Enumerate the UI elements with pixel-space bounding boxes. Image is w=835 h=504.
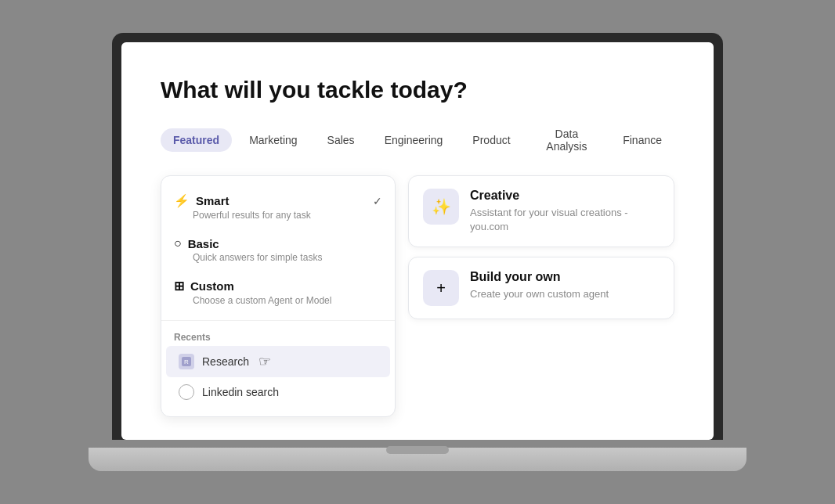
tab-bar: Featured Marketing Sales Engineering Pro… — [161, 122, 674, 158]
creative-card-title: Creative — [470, 189, 660, 203]
basic-desc: Quick answers for simple tasks — [193, 252, 382, 263]
build-card-content: Build your own Create your own custom ag… — [470, 270, 609, 301]
research-icon: R — [179, 354, 194, 369]
tab-featured[interactable]: Featured — [161, 128, 232, 152]
mode-dropdown[interactable]: ⚡ Smart ✓ Powerful results for any task … — [161, 175, 396, 417]
recent-item-research[interactable]: R Research ☞ — [166, 346, 390, 377]
agent-cards: ✨ Creative Assistant for your visual cre… — [408, 175, 674, 417]
laptop-notch — [386, 446, 449, 454]
recents-label: Recents — [161, 327, 395, 346]
creative-card-content: Creative Assistant for your visual creat… — [470, 189, 660, 234]
smart-desc: Powerful results for any task — [193, 210, 382, 221]
research-label: Research — [202, 355, 249, 368]
tab-engineering[interactable]: Engineering — [372, 128, 456, 152]
smart-icon: ⚡ — [174, 193, 190, 208]
cursor-pointer: ☞ — [258, 353, 271, 370]
divider — [161, 320, 395, 321]
creative-card[interactable]: ✨ Creative Assistant for your visual cre… — [408, 175, 674, 247]
custom-icon: ⊞ — [174, 279, 184, 293]
svg-text:R: R — [184, 358, 189, 365]
creative-card-icon: ✨ — [423, 189, 459, 225]
tab-finance[interactable]: Finance — [610, 128, 674, 152]
tab-sales[interactable]: Sales — [315, 128, 367, 152]
custom-desc: Choose a custom Agent or Model — [193, 295, 382, 306]
build-card-desc: Create your own custom agent — [470, 287, 609, 301]
main-area: ⚡ Smart ✓ Powerful results for any task … — [161, 175, 674, 417]
check-icon: ✓ — [373, 195, 382, 207]
creative-card-desc: Assistant for your visual creations - yo… — [470, 206, 660, 234]
menu-item-smart[interactable]: ⚡ Smart ✓ Powerful results for any task — [161, 185, 395, 229]
basic-icon: ○ — [174, 236, 182, 250]
page-title: What will you tackle today? — [161, 77, 674, 103]
linkedin-icon — [179, 384, 194, 400]
recent-item-linkedin[interactable]: Linkedin search — [166, 377, 390, 407]
build-card-icon: + — [423, 270, 459, 306]
tab-product[interactable]: Product — [460, 128, 522, 152]
menu-item-basic[interactable]: ○ Basic Quick answers for simple tasks — [161, 229, 395, 271]
tab-data-analysis[interactable]: Data Analysis — [528, 122, 606, 158]
menu-item-custom[interactable]: ⊞ Custom Choose a custom Agent or Model — [161, 271, 395, 314]
laptop-body — [89, 448, 746, 471]
tab-marketing[interactable]: Marketing — [237, 128, 309, 152]
linkedin-label: Linkedin search — [202, 386, 279, 398]
build-card[interactable]: + Build your own Create your own custom … — [408, 257, 674, 319]
build-card-title: Build your own — [470, 270, 609, 284]
